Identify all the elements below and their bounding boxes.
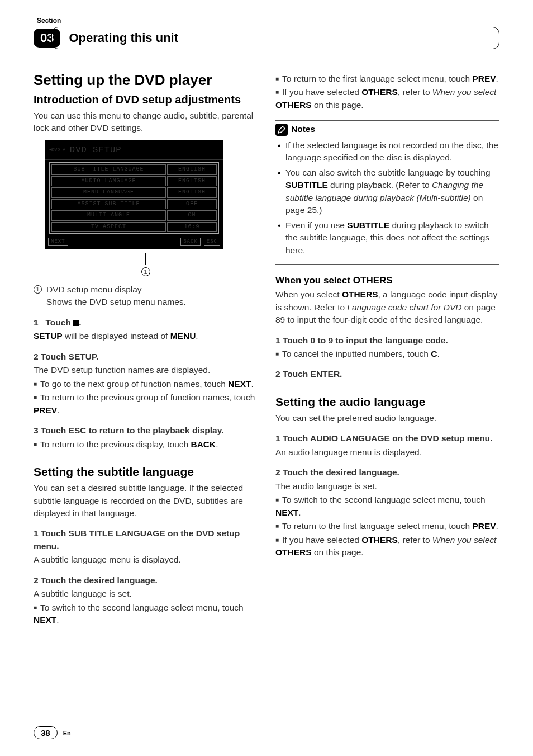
top-li1: ■To return to the first language select … xyxy=(275,73,499,85)
table-row: SUB TITLE LANGUAGEENGLISH xyxy=(51,164,217,175)
header-title-box: Operating this unit xyxy=(51,27,499,49)
subtitle-intro: You can set a desired subtitle language.… xyxy=(34,482,258,519)
table-row: ASSIST SUB TITLEOFF xyxy=(51,199,217,210)
table-row: MULTI ANGLEON xyxy=(51,210,217,221)
screen-table: SUB TITLE LANGUAGEENGLISH AUDIO LANGUAGE… xyxy=(49,162,219,234)
others-step-1-li: ■To cancel the inputted numbers, touch C… xyxy=(275,348,499,360)
notes-header: Notes xyxy=(275,120,499,135)
others-step-1: 1 Touch 0 to 9 to input the language cod… xyxy=(275,334,499,347)
h2-audio-lang: Setting the audio language xyxy=(275,395,499,409)
table-row: TV ASPECT16:9 xyxy=(51,222,217,233)
dvd-setup-screenshot: ◄DVD-V DVD SETUP SUB TITLE LANGUAGEENGLI… xyxy=(45,140,223,250)
sub-step-2-body: A subtitle language is set. xyxy=(34,588,258,600)
sub-step-1: 1 Touch SUB TITLE LANGUAGE on the DVD se… xyxy=(34,527,258,552)
screen-title: DVD SETUP xyxy=(70,144,122,156)
intro-text: You can use this menu to change audio, s… xyxy=(34,110,258,135)
header-bar: 03 Operating this unit xyxy=(34,27,499,49)
pencil-icon xyxy=(275,124,288,136)
audio-step-1-body: An audio language menu is displayed. xyxy=(275,446,499,459)
stop-icon xyxy=(73,320,79,326)
audio-step-2: 2 Touch the desired language. xyxy=(275,466,499,479)
step-2-li2: ■To return to the previous group of func… xyxy=(34,391,258,417)
page-lang: En xyxy=(63,730,71,736)
step-2-body: The DVD setup function names are display… xyxy=(34,364,258,376)
h2-intro-adjust: Introduction of DVD setup adjustments xyxy=(34,93,258,106)
step-3: 3 Touch ESC to return to the playback di… xyxy=(34,424,258,437)
callout-desc: DVD setup menu display xyxy=(46,284,258,296)
content-columns: Setting up the DVD player Introduction o… xyxy=(34,72,499,627)
right-column: ■To return to the first language select … xyxy=(275,72,499,627)
audio-li3: ■If you have selected OTHERS, refer to W… xyxy=(275,534,499,559)
others-intro: When you select OTHERS, a language code … xyxy=(275,289,499,326)
h2-subtitle-lang: Setting the subtitle language xyxy=(34,465,258,479)
note-3: Even if you use SUBTITLE during playback… xyxy=(275,219,499,257)
table-row: MENU LANGUAGEENGLISH xyxy=(51,187,217,198)
h1-setting-up: Setting up the DVD player xyxy=(34,72,258,89)
page-number: 38 xyxy=(34,726,58,739)
callout-list: 1 DVD setup menu display Shows the DVD s… xyxy=(34,284,258,309)
h3-others: When you select OTHERS xyxy=(275,275,499,286)
audio-step-2-body: The audio language is set. xyxy=(275,480,499,493)
section-label: Section xyxy=(37,17,499,25)
screenshot-callout: 1 xyxy=(34,253,258,277)
screen-back-button: BACK xyxy=(180,238,201,246)
step-1: 1 Touch . xyxy=(34,316,258,329)
step-2: 2 Touch SETUP. xyxy=(34,351,258,363)
screen-esc-button: ESC xyxy=(204,238,220,246)
page-footer: 38 En xyxy=(34,726,71,739)
left-column: Setting up the DVD player Introduction o… xyxy=(34,72,258,627)
audio-step-1: 1 Touch AUDIO LANGUAGE on the DVD setup … xyxy=(275,432,499,445)
note-1: If the selected language is not recorded… xyxy=(275,139,499,164)
note-2: You can also switch the subtitle languag… xyxy=(275,167,499,217)
step-2-li1: ■To go to the next group of function nam… xyxy=(34,378,258,390)
sub-step-1-body: A subtitle language menu is displayed. xyxy=(34,554,258,566)
sub-step-2-li1: ■To switch to the second language select… xyxy=(34,602,258,627)
others-step-2: 2 Touch ENTER. xyxy=(275,368,499,380)
audio-li1: ■To switch to the second language select… xyxy=(275,494,499,519)
header-title: Operating this unit xyxy=(69,31,178,45)
callout-sub: Shows the DVD setup menu names. xyxy=(46,296,258,308)
sub-step-2: 2 Touch the desired language. xyxy=(34,574,258,587)
audio-intro: You can set the preferred audio language… xyxy=(275,412,499,424)
notes-title: Notes xyxy=(291,123,315,135)
notes-list: If the selected language is not recorded… xyxy=(275,139,499,265)
step-1-body: SETUP will be displayed instead of MENU. xyxy=(34,330,258,342)
audio-li2: ■To return to the first language select … xyxy=(275,520,499,532)
callout-number-icon: 1 xyxy=(141,267,150,276)
step-3-li: ■To return to the previous display, touc… xyxy=(34,438,258,451)
callout-badge-1: 1 xyxy=(34,285,42,294)
table-row: AUDIO LANGUAGEENGLISH xyxy=(51,176,217,187)
dvd-tag: ◄DVD-V xyxy=(49,148,65,152)
screen-next-button: NEXT xyxy=(48,238,68,246)
top-li2: ■If you have selected OTHERS, refer to W… xyxy=(275,86,499,111)
